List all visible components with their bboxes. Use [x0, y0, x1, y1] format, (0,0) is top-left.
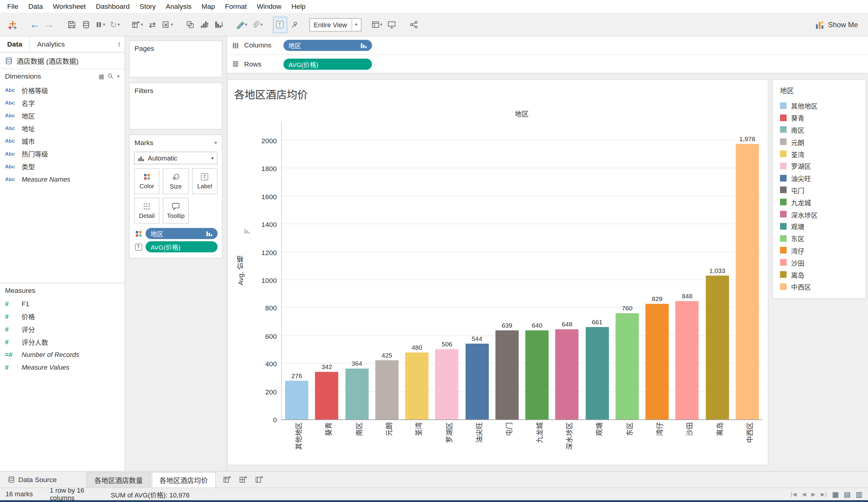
legend-item[interactable]: 湾仔 — [773, 244, 866, 256]
legend-item[interactable]: 中西区 — [773, 281, 866, 293]
bar[interactable] — [675, 301, 699, 419]
sort-icon[interactable] — [206, 231, 213, 237]
bar-column[interactable]: 1,033 — [702, 267, 732, 419]
bar-column[interactable]: 661 — [582, 319, 612, 419]
filters-card[interactable]: Filters — [129, 83, 223, 130]
measure-field[interactable]: #F1 — [0, 297, 125, 310]
size-button[interactable]: Size — [163, 168, 189, 194]
new-dashboard-button[interactable] — [236, 473, 251, 486]
dimension-field[interactable]: Abc地区 — [0, 109, 125, 122]
columns-pill-region[interactable]: 地区 — [283, 40, 372, 51]
bar-column[interactable]: 480 — [402, 344, 432, 419]
legend-item[interactable]: 深水埗区 — [773, 208, 866, 220]
bar-column[interactable]: 639 — [492, 322, 522, 419]
clear-sheet-button[interactable]: ▾ — [159, 16, 175, 33]
sheet-tab[interactable]: 各地区酒店均价 — [152, 472, 216, 488]
bar-column[interactable]: 648 — [552, 321, 582, 419]
fix-axes-button[interactable] — [287, 16, 301, 33]
columns-shelf[interactable]: Columns 地区 — [227, 36, 868, 55]
sort-icon[interactable] — [360, 42, 367, 48]
marks-pill-avg-price[interactable]: AVG(价格) — [146, 241, 218, 252]
sheet-tab[interactable]: 各地区酒店数量 — [87, 472, 151, 488]
new-worksheet-tab-button[interactable] — [220, 473, 235, 486]
legend-item[interactable]: 其他地区 — [773, 100, 866, 112]
pane-swap-icon[interactable]: ▴▾ — [114, 36, 125, 52]
bar[interactable] — [345, 369, 369, 419]
menu-item[interactable]: Window — [252, 0, 286, 13]
dimension-field[interactable]: AbcMeasure Names — [0, 172, 125, 185]
sort-descending-button[interactable] — [211, 16, 226, 33]
bar-column[interactable]: 829 — [642, 295, 672, 419]
show-me-button[interactable]: Show Me — [811, 18, 862, 31]
bar[interactable] — [645, 304, 669, 419]
bar[interactable] — [375, 360, 399, 419]
tab-data[interactable]: Data — [0, 36, 29, 52]
dimension-field[interactable]: Abc类型 — [0, 160, 125, 172]
menu-item[interactable]: Help — [286, 0, 310, 13]
dimension-field[interactable]: Abc热门等级 — [0, 147, 125, 160]
bar-column[interactable]: 848 — [672, 293, 702, 419]
legend-item[interactable]: 屯门 — [773, 184, 866, 196]
y-axis[interactable]: Avg. 价格 02004006008001000120014001600180… — [233, 121, 281, 420]
data-source-item[interactable]: 酒店数据 (酒店数据) — [0, 53, 125, 69]
menu-item[interactable]: Data — [23, 0, 48, 13]
measure-field[interactable]: #Measure Values — [0, 361, 125, 374]
legend-item[interactable]: 九龙城 — [773, 196, 866, 208]
highlight-button[interactable]: ▾ — [234, 16, 249, 33]
legend-item[interactable]: 离岛 — [773, 268, 866, 281]
marks-pill-region[interactable]: 地区 — [146, 228, 218, 239]
mark-type-dropdown[interactable]: Automatic ▾ — [134, 152, 217, 165]
new-story-button[interactable] — [252, 473, 267, 486]
rows-shelf[interactable]: Rows AVG(价格) — [227, 55, 868, 73]
measure-field[interactable]: #价格 — [0, 310, 125, 323]
bar[interactable] — [736, 144, 759, 419]
menu-item[interactable]: Dashboard — [91, 0, 135, 13]
bar[interactable] — [586, 327, 609, 419]
bar-column[interactable]: 1,978 — [732, 135, 762, 419]
attach-button[interactable]: ▾ — [249, 16, 265, 33]
show-sheet-sorter-button[interactable]: ▥ — [856, 491, 862, 498]
bar[interactable] — [526, 330, 549, 419]
legend-item[interactable]: 葵青 — [773, 112, 866, 124]
bar-column[interactable]: 364 — [342, 360, 372, 419]
dimension-field[interactable]: Abc地址 — [0, 122, 125, 135]
share-button[interactable] — [407, 16, 421, 33]
measure-field[interactable]: #评分人数 — [0, 335, 125, 348]
previous-sheet-button[interactable]: ◀ — [802, 491, 807, 497]
new-data-source-button[interactable] — [79, 16, 93, 33]
legend-item[interactable]: 元朗 — [773, 136, 866, 148]
axis-sort-icon[interactable] — [244, 226, 250, 236]
menu-item[interactable]: Story — [135, 0, 161, 13]
swap-rows-columns-button[interactable]: ⇄ — [145, 16, 160, 33]
detail-button[interactable]: Detail — [134, 198, 159, 224]
menu-item[interactable]: File — [2, 0, 23, 13]
tooltip-button[interactable]: Tooltip — [163, 198, 189, 224]
bar-column[interactable]: 506 — [432, 341, 462, 419]
menu-item[interactable]: Analysis — [161, 0, 197, 13]
pages-card[interactable]: Pages — [129, 41, 223, 78]
menu-item[interactable]: Format — [220, 0, 251, 13]
menu-item[interactable]: Map — [197, 0, 220, 13]
tab-analytics[interactable]: Analytics — [29, 36, 72, 52]
bar[interactable] — [706, 275, 729, 419]
bar-column[interactable]: 425 — [372, 352, 402, 419]
show-filmstrip-button[interactable]: ▤ — [844, 491, 851, 498]
sort-ascending-button[interactable] — [197, 16, 212, 33]
redo-button[interactable]: → — [42, 16, 56, 33]
fit-dropdown[interactable]: Entire View ▾ — [309, 18, 361, 31]
next-sheet-button[interactable]: ▶ — [812, 491, 816, 497]
data-source-tab[interactable]: Data Source — [2, 471, 62, 488]
presentation-mode-button[interactable] — [384, 16, 399, 33]
pause-auto-updates-button[interactable]: ▾ — [93, 16, 107, 33]
show-sheet-tabs-button[interactable]: ▦ — [832, 491, 839, 498]
bar[interactable] — [616, 313, 639, 419]
chevron-down-icon[interactable]: ▾ — [214, 140, 217, 145]
search-icon[interactable] — [107, 73, 114, 80]
dimension-field[interactable]: Abc城市 — [0, 135, 125, 147]
bar[interactable] — [405, 352, 429, 419]
save-button[interactable] — [64, 16, 79, 33]
legend-item[interactable]: 罗湖区 — [773, 160, 866, 172]
bar[interactable] — [285, 381, 308, 419]
bar[interactable] — [435, 349, 459, 419]
dimension-field[interactable]: Abc价格等级 — [0, 83, 125, 96]
